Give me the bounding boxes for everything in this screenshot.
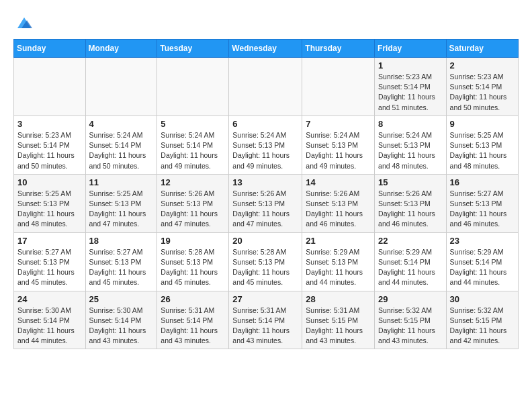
day-info: Sunrise: 5:31 AM Sunset: 5:14 PM Dayligh… <box>161 306 225 347</box>
day-info: Sunrise: 5:28 AM Sunset: 5:13 PM Dayligh… <box>232 247 298 288</box>
calendar-week-4: 17Sunrise: 5:27 AM Sunset: 5:13 PM Dayli… <box>14 232 519 291</box>
day-info: Sunrise: 5:25 AM Sunset: 5:13 PM Dayligh… <box>89 189 154 230</box>
day-number: 3 <box>17 119 82 129</box>
day-info: Sunrise: 5:29 AM Sunset: 5:14 PM Dayligh… <box>450 247 515 288</box>
calendar-cell: 20Sunrise: 5:28 AM Sunset: 5:13 PM Dayli… <box>229 232 302 291</box>
day-info: Sunrise: 5:25 AM Sunset: 5:13 PM Dayligh… <box>17 189 82 230</box>
calendar-cell: 4Sunrise: 5:24 AM Sunset: 5:14 PM Daylig… <box>85 116 157 174</box>
day-number: 19 <box>161 236 225 246</box>
calendar-cell: 7Sunrise: 5:24 AM Sunset: 5:13 PM Daylig… <box>302 116 375 174</box>
calendar-cell <box>14 58 86 116</box>
calendar-cell: 10Sunrise: 5:25 AM Sunset: 5:13 PM Dayli… <box>14 174 86 232</box>
calendar-cell <box>229 58 302 116</box>
weekday-header-thursday: Thursday <box>302 40 375 58</box>
calendar-cell: 8Sunrise: 5:24 AM Sunset: 5:13 PM Daylig… <box>375 116 447 174</box>
calendar-cell: 15Sunrise: 5:26 AM Sunset: 5:13 PM Dayli… <box>375 174 447 232</box>
calendar-cell: 26Sunrise: 5:31 AM Sunset: 5:14 PM Dayli… <box>157 291 229 349</box>
day-number: 26 <box>161 294 225 304</box>
day-info: Sunrise: 5:27 AM Sunset: 5:13 PM Dayligh… <box>450 189 515 230</box>
day-info: Sunrise: 5:26 AM Sunset: 5:13 PM Dayligh… <box>161 189 225 230</box>
calendar-week-2: 3Sunrise: 5:23 AM Sunset: 5:14 PM Daylig… <box>14 116 519 174</box>
day-number: 6 <box>232 119 298 129</box>
weekday-header-monday: Monday <box>85 40 157 58</box>
day-info: Sunrise: 5:31 AM Sunset: 5:15 PM Dayligh… <box>306 306 371 347</box>
calendar-cell <box>157 58 229 116</box>
day-number: 4 <box>89 119 154 129</box>
day-info: Sunrise: 5:31 AM Sunset: 5:14 PM Dayligh… <box>232 306 298 347</box>
weekday-header-saturday: Saturday <box>446 40 518 58</box>
calendar-week-3: 10Sunrise: 5:25 AM Sunset: 5:13 PM Dayli… <box>14 174 519 232</box>
logo-text-block <box>13 13 34 32</box>
day-number: 28 <box>306 294 371 304</box>
calendar-cell: 25Sunrise: 5:30 AM Sunset: 5:14 PM Dayli… <box>85 291 157 349</box>
day-number: 27 <box>232 294 298 304</box>
day-info: Sunrise: 5:27 AM Sunset: 5:13 PM Dayligh… <box>17 247 82 288</box>
day-info: Sunrise: 5:25 AM Sunset: 5:13 PM Dayligh… <box>450 130 515 171</box>
day-number: 21 <box>306 236 371 246</box>
day-number: 7 <box>306 119 371 129</box>
day-number: 18 <box>89 236 154 246</box>
calendar-cell: 3Sunrise: 5:23 AM Sunset: 5:14 PM Daylig… <box>14 116 86 174</box>
calendar-cell: 22Sunrise: 5:29 AM Sunset: 5:14 PM Dayli… <box>375 232 447 291</box>
day-info: Sunrise: 5:28 AM Sunset: 5:13 PM Dayligh… <box>161 247 225 288</box>
calendar-cell: 30Sunrise: 5:32 AM Sunset: 5:15 PM Dayli… <box>446 291 518 349</box>
day-info: Sunrise: 5:23 AM Sunset: 5:14 PM Dayligh… <box>378 72 443 113</box>
weekday-header-tuesday: Tuesday <box>157 40 229 58</box>
calendar-cell: 11Sunrise: 5:25 AM Sunset: 5:13 PM Dayli… <box>85 174 157 232</box>
day-info: Sunrise: 5:23 AM Sunset: 5:14 PM Dayligh… <box>17 130 82 171</box>
day-number: 2 <box>450 60 515 71</box>
day-number: 12 <box>161 177 225 187</box>
calendar-cell: 28Sunrise: 5:31 AM Sunset: 5:15 PM Dayli… <box>302 291 375 349</box>
calendar-cell <box>85 58 157 116</box>
day-info: Sunrise: 5:29 AM Sunset: 5:13 PM Dayligh… <box>306 247 371 288</box>
calendar-cell: 1Sunrise: 5:23 AM Sunset: 5:14 PM Daylig… <box>375 58 447 116</box>
calendar-cell: 12Sunrise: 5:26 AM Sunset: 5:13 PM Dayli… <box>157 174 229 232</box>
calendar-cell: 6Sunrise: 5:24 AM Sunset: 5:13 PM Daylig… <box>229 116 302 174</box>
day-number: 22 <box>378 236 443 246</box>
calendar-cell: 9Sunrise: 5:25 AM Sunset: 5:13 PM Daylig… <box>446 116 518 174</box>
day-number: 23 <box>450 236 515 246</box>
calendar-cell: 23Sunrise: 5:29 AM Sunset: 5:14 PM Dayli… <box>446 232 518 291</box>
day-number: 24 <box>17 294 82 304</box>
calendar-cell: 13Sunrise: 5:26 AM Sunset: 5:13 PM Dayli… <box>229 174 302 232</box>
logo-icon <box>15 13 34 32</box>
calendar-week-5: 24Sunrise: 5:30 AM Sunset: 5:14 PM Dayli… <box>14 291 519 349</box>
day-number: 13 <box>232 177 298 187</box>
day-number: 17 <box>17 236 82 246</box>
day-info: Sunrise: 5:30 AM Sunset: 5:14 PM Dayligh… <box>17 306 82 347</box>
weekday-header-wednesday: Wednesday <box>229 40 302 58</box>
calendar-week-1: 1Sunrise: 5:23 AM Sunset: 5:14 PM Daylig… <box>14 58 519 116</box>
weekday-header-row: SundayMondayTuesdayWednesdayThursdayFrid… <box>14 40 519 58</box>
calendar-cell: 14Sunrise: 5:26 AM Sunset: 5:13 PM Dayli… <box>302 174 375 232</box>
day-info: Sunrise: 5:26 AM Sunset: 5:13 PM Dayligh… <box>378 189 443 230</box>
calendar-cell: 18Sunrise: 5:27 AM Sunset: 5:13 PM Dayli… <box>85 232 157 291</box>
day-number: 14 <box>306 177 371 187</box>
day-number: 5 <box>161 119 225 129</box>
calendar-cell: 17Sunrise: 5:27 AM Sunset: 5:13 PM Dayli… <box>14 232 86 291</box>
day-number: 10 <box>17 177 82 187</box>
day-number: 9 <box>450 119 515 129</box>
calendar-cell: 16Sunrise: 5:27 AM Sunset: 5:13 PM Dayli… <box>446 174 518 232</box>
calendar-table: SundayMondayTuesdayWednesdayThursdayFrid… <box>13 39 519 349</box>
calendar-cell: 21Sunrise: 5:29 AM Sunset: 5:13 PM Dayli… <box>302 232 375 291</box>
day-info: Sunrise: 5:24 AM Sunset: 5:13 PM Dayligh… <box>232 130 298 171</box>
calendar-cell: 27Sunrise: 5:31 AM Sunset: 5:14 PM Dayli… <box>229 291 302 349</box>
calendar-cell: 19Sunrise: 5:28 AM Sunset: 5:13 PM Dayli… <box>157 232 229 291</box>
day-number: 30 <box>450 294 515 304</box>
day-number: 29 <box>378 294 443 304</box>
day-number: 11 <box>89 177 154 187</box>
day-info: Sunrise: 5:24 AM Sunset: 5:14 PM Dayligh… <box>89 130 154 171</box>
day-number: 16 <box>450 177 515 187</box>
day-number: 15 <box>378 177 443 187</box>
day-info: Sunrise: 5:24 AM Sunset: 5:13 PM Dayligh… <box>306 130 371 171</box>
calendar-cell: 2Sunrise: 5:23 AM Sunset: 5:14 PM Daylig… <box>446 58 518 116</box>
day-info: Sunrise: 5:23 AM Sunset: 5:14 PM Dayligh… <box>450 72 515 113</box>
page: SundayMondayTuesdayWednesdayThursdayFrid… <box>0 0 532 360</box>
day-info: Sunrise: 5:27 AM Sunset: 5:13 PM Dayligh… <box>89 247 154 288</box>
calendar-cell: 5Sunrise: 5:24 AM Sunset: 5:14 PM Daylig… <box>157 116 229 174</box>
day-info: Sunrise: 5:30 AM Sunset: 5:14 PM Dayligh… <box>89 306 154 347</box>
day-info: Sunrise: 5:32 AM Sunset: 5:15 PM Dayligh… <box>450 306 515 347</box>
day-info: Sunrise: 5:29 AM Sunset: 5:14 PM Dayligh… <box>378 247 443 288</box>
header <box>13 11 519 32</box>
day-info: Sunrise: 5:26 AM Sunset: 5:13 PM Dayligh… <box>306 189 371 230</box>
